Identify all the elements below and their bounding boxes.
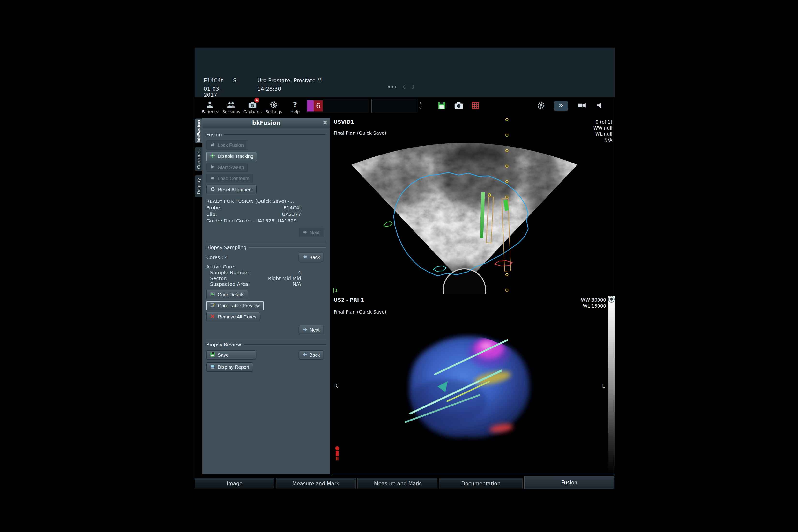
start-sweep-button[interactable]: Start Sweep	[206, 163, 248, 172]
sessions-icon	[227, 100, 236, 109]
patients-button[interactable]: Patients	[199, 98, 221, 114]
patient-info: E14C4t S Uro Prostate: Prostate M 01-03-…	[204, 77, 322, 98]
scale-marker: 1	[333, 288, 338, 292]
toolbar-settings-icon[interactable]	[537, 101, 545, 111]
patients-icon	[206, 100, 214, 109]
help-button[interactable]: ? Help	[284, 98, 306, 114]
mini-help-icon[interactable]: ?	[419, 102, 421, 106]
probe-label: Probe:	[206, 205, 222, 211]
viewport-separator	[332, 294, 615, 296]
grayscale-lut-bar[interactable]	[608, 296, 615, 474]
captures-badge: 4	[254, 98, 259, 102]
screen-background: E14C4t S Uro Prostate: Prostate M 01-03-…	[0, 0, 798, 532]
captures-button[interactable]: 4 Captures	[242, 98, 263, 114]
display-report-button[interactable]: Display Report	[206, 362, 253, 372]
patient-flag: S	[233, 77, 257, 83]
sessions-button[interactable]: Sessions	[221, 98, 242, 114]
workflow-tile-box[interactable]: 6	[306, 99, 369, 113]
ww-value: WW 30000	[581, 297, 606, 303]
cores-value: 4	[225, 254, 228, 260]
review-save-button[interactable]: Save	[206, 350, 256, 360]
wl-value: WL null	[593, 131, 612, 137]
expand-more-button[interactable]: »	[554, 101, 568, 111]
pencil-table-icon	[210, 303, 215, 309]
reset-alignment-button[interactable]: Reset Alignment	[206, 185, 256, 194]
suspected-area-value: N/A	[250, 281, 301, 287]
load-contours-button[interactable]: Load Contours	[206, 174, 253, 183]
mini-close-icon[interactable]: ×	[419, 106, 422, 110]
undo-arrow-icon	[210, 187, 215, 193]
ww-value: WW null	[593, 125, 612, 131]
ultrasound-image	[332, 117, 615, 294]
vp-top-plan-label: Final Plan (Quick Save)	[334, 130, 386, 136]
speaker-button[interactable]	[596, 101, 605, 111]
app-window: E14C4t S Uro Prostate: Prostate M 01-03-…	[195, 48, 615, 489]
side-tab-bkfusion[interactable]: bkFusion	[195, 118, 202, 143]
side-tab-display[interactable]: Display	[195, 175, 202, 197]
sampling-section-heading: Biopsy Sampling	[206, 245, 326, 250]
clip-label: Clip:	[206, 211, 217, 217]
remove-all-cores-button[interactable]: Remove All Cores	[206, 312, 260, 321]
status-box[interactable]	[372, 99, 417, 113]
cores-label: Cores::	[206, 254, 223, 260]
wl-value: WL 15000	[581, 303, 606, 309]
app-header: E14C4t S Uro Prostate: Prostate M 01-03-…	[195, 48, 615, 97]
header-dots	[388, 86, 396, 88]
settings-button[interactable]: Settings	[263, 98, 284, 114]
gear-icon	[270, 100, 278, 109]
probe-value: E14C4t	[222, 205, 301, 211]
lut-rotate-icon[interactable]	[608, 296, 615, 303]
mini-controls[interactable]: ? ×	[419, 102, 422, 110]
sample-number-value: 4	[251, 270, 301, 276]
ultrasound-viewport[interactable]: USVID1 Final Plan (Quick Save) 0 (of 1) …	[332, 117, 615, 294]
save-capture-button[interactable]	[437, 101, 446, 111]
report-icon	[210, 364, 215, 370]
render-viewport[interactable]: US2 - PRI 1 Final Plan (Quick Save) WW 3…	[332, 296, 615, 474]
lock-icon	[210, 142, 215, 149]
tab-image[interactable]: Image	[195, 478, 274, 489]
workflow-tile-number: 6	[314, 100, 323, 112]
core-table-preview-button[interactable]: Core Table Preview	[206, 301, 264, 310]
vp-bottom-values: WW 30000 WL 15000	[581, 297, 606, 309]
sampling-back-button[interactable]: Back	[299, 253, 323, 262]
sampling-next-button[interactable]: Next	[299, 325, 323, 335]
study-name: Uro Prostate: Prostate M	[257, 77, 322, 83]
panel-title: bkFusion	[252, 120, 280, 126]
content-area: bkFusion Contours Display bkFusion × Fus…	[195, 117, 615, 474]
workflow-tab-bar: Image Measure and Mark Measure and Mark …	[195, 475, 615, 489]
side-tab-contours[interactable]: Contours	[195, 147, 202, 171]
sessions-label: Sessions	[222, 109, 240, 114]
tab-documentation[interactable]: Documentation	[439, 478, 522, 489]
sector-value: Right Mid Mid	[227, 276, 301, 281]
guide-text: Guide: Dual Guide - UA1328, UA1329	[206, 217, 326, 224]
clip-value: UA2377	[217, 211, 301, 217]
video-export-button[interactable]	[577, 101, 587, 111]
captures-label: Captures	[243, 109, 262, 114]
tab-measure-and-mark-1[interactable]: Measure and Mark	[276, 478, 356, 489]
grid-button[interactable]	[471, 101, 479, 111]
tab-measure-and-mark-2[interactable]: Measure and Mark	[357, 478, 437, 489]
bkfusion-panel: bkFusion × Fusion Lock Fusion Disable	[202, 117, 330, 474]
fusion-next-button[interactable]: Next	[299, 228, 323, 237]
back-arrow-icon	[303, 254, 307, 261]
disable-tracking-button[interactable]: Disable Tracking	[206, 152, 257, 161]
snapshot-camera-button[interactable]	[454, 101, 463, 110]
viewport-column: USVID1 Final Plan (Quick Save) 0 (of 1) …	[332, 117, 615, 474]
help-icon: ?	[293, 100, 297, 109]
orientation-right-label: R	[334, 383, 338, 389]
core-details-icon	[210, 291, 215, 298]
vp-bottom-source-label: US2 - PRI 1	[334, 297, 364, 303]
tab-fusion[interactable]: Fusion	[524, 476, 614, 489]
lock-fusion-button[interactable]: Lock Fusion	[206, 140, 247, 150]
exam-time: 14:28:30	[257, 86, 322, 98]
next-arrow-icon	[303, 327, 308, 333]
exam-date: 01-03-2017	[204, 86, 233, 98]
core-details-button[interactable]: Core Details	[206, 290, 248, 299]
cloud-icon	[210, 175, 215, 182]
active-core-label: Active Core:	[206, 264, 326, 270]
review-back-button[interactable]: Back	[299, 350, 323, 360]
review-section-heading: Biopsy Review	[206, 342, 326, 347]
help-label: Help	[290, 109, 300, 114]
panel-close-icon[interactable]: ×	[322, 119, 328, 126]
fusion-section-heading: Fusion	[206, 132, 326, 138]
